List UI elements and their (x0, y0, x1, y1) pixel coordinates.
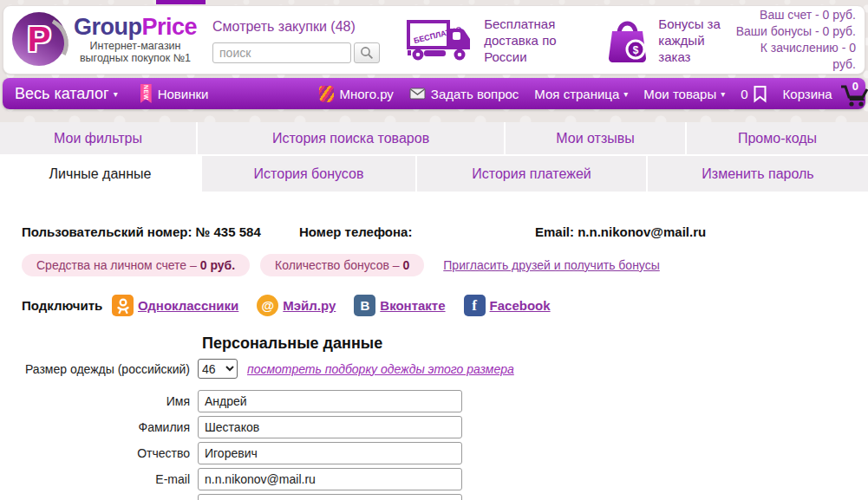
connect-odnoklassniki[interactable]: Одноклассники (112, 295, 238, 316)
tab-my-reviews[interactable]: Мои отзывы (506, 122, 685, 154)
mailru-icon: @ (257, 295, 278, 316)
my-page-menu[interactable]: Моя страница ▾ (534, 87, 628, 101)
cart-icon: 0 (839, 82, 868, 105)
connect-mailru[interactable]: @ Мэйл.ру (257, 295, 336, 316)
tagline-line2: выгодных покупок №1 (74, 52, 197, 64)
bonus-bag-icon: $ (604, 16, 651, 64)
brand-group: Group (74, 14, 142, 40)
bonus-promo: $ Бонусы за каждый заказ (604, 16, 734, 65)
account-balance: Ваш счет - 0 руб. (734, 7, 856, 23)
new-ribbon-icon: NEW (140, 84, 152, 103)
email-input[interactable] (198, 468, 462, 490)
tagline-line1: Интернет-магазин (74, 40, 197, 52)
odnoklassniki-icon (112, 295, 134, 316)
phone-label: Номер телефона: (299, 224, 535, 239)
size-selection-link[interactable]: посмотреть подборку одежды этого размера (247, 362, 514, 376)
connect-label: Подключить (22, 298, 112, 313)
first-name-input[interactable] (198, 390, 462, 412)
vkontakte-icon: В (354, 295, 375, 316)
personal-data-heading: Персональные данные (202, 334, 868, 353)
middle-name-label: Отчество (0, 446, 198, 460)
balance-badge: Средства на личном счете – 0 руб. (22, 254, 250, 276)
tabs-row-main: Личные данные История бонусов История пл… (0, 156, 868, 192)
bonus-badge: Количество бонусов – 0 (260, 254, 424, 276)
brand-price: Price (142, 14, 198, 40)
facebook-icon: f (464, 295, 486, 316)
user-email: Email: n.n.nikonov@mail.ru (535, 224, 706, 239)
first-name-label: Имя (0, 394, 198, 408)
header-search-block: Смотреть закупки (48) (212, 17, 401, 63)
free-delivery-text: Бесплатная доставка по России (484, 16, 556, 65)
chevron-down-icon: ▾ (114, 89, 118, 99)
header: P GroupPrice Интернет-магазин выгодных п… (3, 5, 865, 75)
cart-button[interactable]: Корзина 0 ▾ (783, 82, 868, 105)
tab-promo-codes[interactable]: Промо-коды (687, 122, 868, 154)
bonus-promo-text: Бонусы за каждый заказ (658, 16, 720, 65)
invite-friends-link[interactable]: Пригласить друзей и получить бонусы (443, 258, 659, 272)
social-connect-row: Подключить Одноклассники @ Мэйл.ру В Вко… (22, 295, 868, 316)
logo-monogram: P (28, 22, 51, 56)
logo[interactable]: P GroupPrice Интернет-магазин выгодных п… (3, 14, 212, 66)
personal-data-panel: Пользовательский номер: № 435 584 Номер … (0, 192, 868, 500)
clothing-size-row: Размер одежды (российский) 46 посмотреть… (0, 359, 868, 379)
tab-personal-data[interactable]: Личные данные (0, 156, 200, 192)
brand-name: GroupPrice (74, 16, 197, 38)
last-name-row: Фамилия (0, 416, 868, 438)
middle-name-input[interactable] (198, 442, 462, 464)
envelope-icon (409, 88, 426, 100)
delivery-truck-icon: БЕСПЛАТНО (406, 17, 477, 62)
phone-row (0, 494, 868, 500)
catalog-menu[interactable]: Весь каталог ▾ (15, 85, 118, 103)
search-button[interactable] (354, 42, 380, 63)
mnogo-ru-icon (319, 86, 334, 102)
novelties-link[interactable]: NEW Новинки (140, 84, 209, 103)
bookmarks-counter[interactable]: 0 (741, 85, 767, 103)
account-bonuses: Ваши бонусы - 0 руб. (734, 23, 856, 40)
tab-search-history[interactable]: История поиска товаров (198, 122, 504, 154)
first-name-row: Имя (0, 390, 868, 412)
user-number: Пользовательский номер: № 435 584 (22, 224, 299, 239)
groupprice-logo-icon: P (12, 12, 66, 66)
tabs-row-top: Мои фильтры История поиска товаров Мои о… (0, 122, 868, 154)
middle-name-row: Отчество (0, 442, 868, 464)
view-purchases-link[interactable]: Смотреть закупки (48) (212, 19, 356, 34)
balance-badges-row: Средства на личном счете – 0 руб. Количе… (22, 254, 868, 276)
phone-input[interactable] (198, 494, 462, 500)
chevron-down-icon: ▾ (623, 89, 628, 99)
cart-count-badge: 0 (852, 80, 858, 93)
brand-text: GroupPrice Интернет-магазин выгодных пок… (74, 16, 197, 64)
email-label: E-mail (0, 472, 198, 486)
connect-vkontakte[interactable]: В Вконтакте (354, 295, 445, 316)
my-goods-menu[interactable]: Мои товары ▾ (643, 87, 725, 101)
mnogo-ru-link[interactable]: Много.ру (319, 86, 393, 102)
clothing-size-label: Размер одежды (российский) (0, 362, 198, 376)
main-nav: Весь каталог ▾ NEW Новинки Много.ру Зада… (3, 78, 865, 109)
last-name-input[interactable] (198, 416, 462, 438)
free-delivery-promo: БЕСПЛАТНО Бесплатная доставка по России (406, 16, 570, 65)
svg-text:$: $ (633, 44, 639, 56)
connect-facebook[interactable]: f Facebook (464, 295, 551, 316)
search-input[interactable] (212, 42, 351, 63)
email-row: E-mail (0, 468, 868, 490)
last-name-label: Фамилия (0, 420, 198, 434)
bookmark-icon (753, 85, 767, 103)
brand-tagline: Интернет-магазин выгодных покупок №1 (74, 40, 197, 64)
tab-bonus-history[interactable]: История бонусов (202, 156, 415, 192)
ask-question-link[interactable]: Задать вопрос (409, 87, 519, 101)
tab-change-password[interactable]: Изменить пароль (648, 156, 868, 192)
search-row (212, 42, 401, 63)
user-info-row: Пользовательский номер: № 435 584 Номер … (0, 224, 868, 239)
account-summary: Ваш счет - 0 руб. Ваши бонусы - 0 руб. К… (734, 7, 865, 73)
search-icon (360, 46, 374, 60)
clothing-size-select[interactable]: 46 (198, 359, 238, 379)
profile-tabs: Мои фильтры История поиска товаров Мои о… (0, 122, 868, 192)
account-pending: К зачислению - 0 руб. (734, 40, 856, 73)
tab-my-filters[interactable]: Мои фильтры (0, 122, 196, 154)
tab-payment-history[interactable]: История платежей (417, 156, 646, 192)
chevron-down-icon: ▾ (721, 89, 725, 99)
cutoff-top-bar (156, 0, 206, 4)
